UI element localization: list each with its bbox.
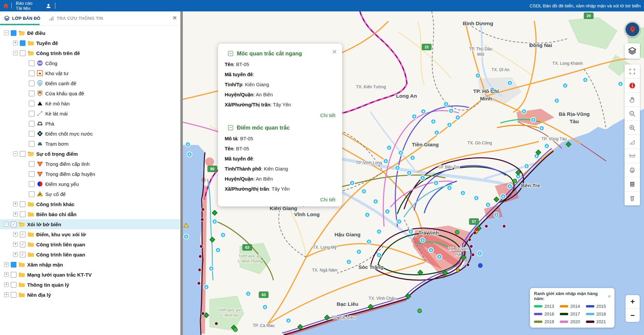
monitoring-point-marker[interactable] — [204, 285, 209, 290]
layer-tree-row[interactable]: Kè mỏ hàn — [0, 98, 180, 108]
monitoring-point-marker[interactable] — [377, 229, 382, 234]
collapse-section-icon[interactable] — [228, 51, 233, 56]
green-point-marker[interactable] — [233, 328, 237, 332]
tab-layers[interactable]: LỚP BẢN ĐỒ — [4, 11, 49, 25]
collapse-section-icon[interactable] — [228, 125, 233, 130]
sidebar-scrollbar[interactable] — [180, 11, 183, 335]
expand-icon[interactable]: + — [13, 242, 18, 247]
monitoring-point-marker[interactable] — [447, 186, 452, 191]
green-point-marker[interactable] — [418, 309, 422, 313]
layer-tree-row[interactable]: Trọng điểm cấp huyện — [0, 169, 180, 179]
layer-tree-row[interactable]: Kho vật tư — [0, 68, 180, 78]
navbar-item[interactable]: Báo cáo — [12, 1, 42, 6]
erosion-point-marker[interactable] — [197, 282, 201, 285]
monitoring-point-marker[interactable] — [410, 155, 415, 160]
monitoring-point-marker[interactable] — [346, 259, 352, 265]
layer-checkbox[interactable] — [29, 141, 35, 147]
monitoring-point-marker[interactable] — [373, 199, 378, 204]
layer-checkbox[interactable] — [29, 111, 35, 116]
monitoring-point-marker[interactable] — [522, 109, 527, 114]
layer-tree-row[interactable]: +Mạng lưới quan trắc KT-TV — [0, 270, 180, 280]
tab-search-info[interactable]: TRA CỨU THÔNG TIN — [49, 11, 112, 25]
detail-link[interactable]: Chi tiết — [225, 110, 335, 121]
zoom-in-button[interactable]: + — [626, 295, 640, 308]
layer-checkbox[interactable] — [20, 50, 25, 56]
monitoring-point-marker[interactable] — [429, 248, 434, 253]
expand-icon[interactable]: + — [13, 202, 18, 206]
layer-tree-row[interactable]: +Xâm nhập mặn — [0, 259, 180, 270]
basemap-layers-button[interactable] — [625, 43, 640, 59]
layer-tree-row[interactable]: Cống — [0, 58, 180, 68]
layer-checkbox[interactable] — [11, 272, 16, 278]
monitoring-point-marker[interactable] — [367, 239, 372, 244]
layer-checkbox[interactable] — [11, 30, 16, 36]
layer-tree-row[interactable]: Sự cố đê — [0, 189, 180, 199]
layer-checkbox[interactable] — [20, 151, 25, 157]
expand-icon[interactable]: + — [4, 282, 9, 287]
layer-checkbox[interactable] — [29, 181, 35, 187]
layer-tree-row[interactable]: Cửa khẩu qua đê — [0, 88, 180, 98]
layer-checkbox[interactable] — [11, 282, 16, 288]
layer-checkbox[interactable]: ✓ — [20, 252, 25, 257]
collapse-icon[interactable]: − — [13, 51, 18, 55]
layer-tree-row[interactable]: +Tuyến đê — [0, 38, 180, 48]
erosion-point-marker[interactable] — [470, 245, 473, 248]
monitoring-point-marker[interactable] — [383, 159, 388, 164]
expand-icon[interactable]: + — [13, 41, 18, 45]
blue-point-marker[interactable] — [478, 264, 482, 268]
expand-icon[interactable]: + — [13, 252, 18, 257]
layer-tree-row[interactable]: Điểm xung yếu — [0, 179, 180, 189]
popup-close-icon[interactable]: × — [332, 48, 337, 56]
erosion-point-marker[interactable] — [502, 225, 506, 228]
slope-measure-button[interactable] — [625, 135, 640, 149]
monitoring-point-marker[interactable] — [286, 318, 291, 323]
layer-checkbox[interactable] — [11, 262, 16, 268]
monitoring-point-marker[interactable] — [544, 144, 549, 149]
layer-tree-row[interactable]: Trọng điểm cấp tỉnh — [0, 159, 180, 169]
erosion-point-marker[interactable] — [215, 322, 218, 325]
erosion-point-marker[interactable] — [199, 255, 202, 258]
layer-checkbox[interactable] — [11, 292, 16, 298]
layer-checkbox[interactable] — [29, 131, 35, 137]
erosion-point-marker[interactable] — [201, 312, 205, 315]
user-icon[interactable] — [42, 0, 55, 11]
erosion-point-marker[interactable] — [201, 218, 204, 221]
layer-checkbox[interactable] — [29, 70, 35, 76]
monitoring-point-marker[interactable] — [212, 219, 217, 224]
monitoring-point-marker[interactable] — [444, 102, 449, 107]
distance-measure-button[interactable] — [625, 149, 640, 163]
layer-checkbox[interactable] — [29, 60, 35, 66]
monitoring-point-marker[interactable] — [365, 212, 370, 218]
legend-close-icon[interactable]: × — [608, 294, 610, 299]
green-point-marker[interactable] — [455, 230, 459, 234]
monitoring-point-marker[interactable] — [434, 130, 439, 135]
monitoring-point-marker[interactable] — [563, 83, 568, 88]
layer-tree-row[interactable]: +✓Điểm, khu vực xói lở — [0, 229, 180, 239]
monitoring-point-marker[interactable] — [221, 233, 226, 238]
monitoring-point-marker[interactable] — [449, 108, 454, 113]
monitoring-point-marker[interactable] — [412, 114, 417, 119]
monitoring-point-marker[interactable] — [477, 251, 482, 256]
fullscreen-button[interactable] — [625, 64, 640, 79]
layer-tree-row[interactable]: +✓Công trình liên quan — [0, 239, 180, 249]
monitoring-point-marker[interactable] — [385, 209, 390, 214]
zoom-in-area-button[interactable] — [625, 121, 640, 135]
popup-section-title[interactable]: Mốc quan trắc cắt ngang — [228, 50, 335, 57]
layer-tree-row[interactable]: Điếm canh đê — [0, 78, 180, 88]
monitoring-point-marker[interactable] — [494, 212, 499, 218]
layer-checkbox[interactable] — [29, 191, 35, 197]
expand-icon[interactable]: + — [4, 292, 9, 297]
erosion-point-marker[interactable] — [468, 238, 471, 241]
layer-checkbox[interactable] — [29, 171, 35, 177]
monitoring-point-marker[interactable] — [434, 181, 439, 186]
legend-book-button[interactable] — [625, 177, 640, 191]
layer-checkbox[interactable]: ✓ — [20, 232, 25, 237]
monitoring-point-marker[interactable] — [216, 248, 221, 253]
collapse-icon[interactable]: − — [13, 151, 18, 156]
layer-tree-row[interactable]: +Thông tin quản lý — [0, 280, 180, 290]
erosion-point-marker[interactable] — [200, 245, 203, 248]
delete-trash-button[interactable] — [625, 191, 640, 205]
layer-tree-row[interactable]: −Công trình trên đê — [0, 48, 180, 58]
monitoring-point-marker[interactable] — [455, 115, 461, 120]
monitoring-point-marker[interactable] — [554, 98, 559, 103]
